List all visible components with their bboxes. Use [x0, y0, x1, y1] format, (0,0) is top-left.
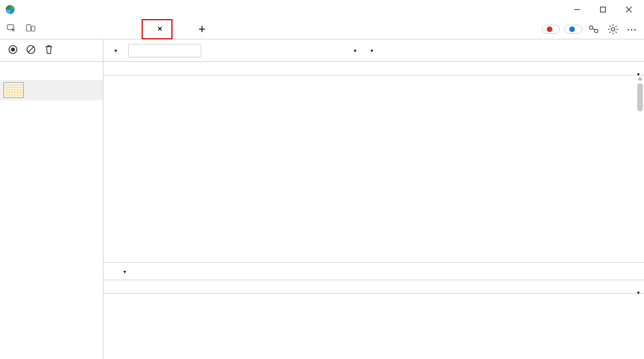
- tab-memory[interactable]: ✕: [142, 19, 173, 39]
- svg-line-22: [28, 47, 34, 53]
- svg-rect-5: [26, 25, 31, 31]
- info-dot-icon: [569, 26, 575, 32]
- svg-rect-6: [31, 26, 35, 32]
- objects-select[interactable]: [211, 46, 357, 55]
- minimize-button[interactable]: [564, 0, 590, 19]
- delete-icon[interactable]: [44, 44, 54, 56]
- tabs-bar: ✕ + ⋯: [0, 19, 644, 39]
- tab-sources[interactable]: [88, 19, 106, 39]
- close-tab-icon[interactable]: ✕: [157, 25, 162, 33]
- svg-line-17: [610, 32, 611, 33]
- retainers-header-row: [103, 280, 644, 294]
- snapshot-icon: [3, 82, 24, 98]
- retainers-toolbar: [103, 262, 644, 280]
- maximize-button[interactable]: [590, 0, 616, 19]
- svg-line-9: [593, 29, 595, 30]
- device-toggle-icon[interactable]: [26, 24, 36, 34]
- tab-elements[interactable]: [52, 19, 70, 39]
- profils-label: [0, 62, 103, 78]
- svg-point-10: [611, 28, 615, 31]
- profiles-sidebar: [0, 62, 103, 359]
- tab-network[interactable]: [106, 19, 124, 39]
- errors-badge[interactable]: [542, 25, 560, 34]
- tab-console[interactable]: [70, 19, 88, 39]
- summary-select[interactable]: [110, 46, 118, 55]
- tab-performance[interactable]: [124, 19, 142, 39]
- svg-point-7: [589, 26, 593, 29]
- more-menu-icon[interactable]: ⋯: [625, 22, 640, 37]
- filter-edges[interactable]: [123, 267, 127, 276]
- add-tab-button[interactable]: +: [191, 22, 214, 37]
- svg-line-15: [610, 25, 611, 26]
- inspect-icon[interactable]: [7, 24, 17, 34]
- tab-application[interactable]: [173, 19, 191, 39]
- title-bar: [0, 0, 644, 19]
- memory-toolbar: [0, 39, 644, 62]
- info-badge[interactable]: [564, 25, 582, 34]
- svg-point-20: [11, 48, 15, 52]
- error-dot-icon: [547, 26, 552, 32]
- svg-rect-1: [601, 7, 606, 12]
- tools-icon[interactable]: [587, 22, 601, 37]
- class-filter-input[interactable]: [128, 44, 201, 57]
- constructors-header-row: [103, 62, 644, 75]
- svg-point-8: [595, 29, 598, 33]
- close-button[interactable]: [616, 0, 642, 19]
- svg-line-18: [615, 25, 616, 26]
- edge-logo-icon: [6, 5, 15, 14]
- svg-line-16: [615, 32, 616, 33]
- settings-gear-icon[interactable]: [606, 22, 620, 37]
- scroll-up-icon[interactable]: [637, 77, 643, 80]
- constructors-table[interactable]: [103, 75, 644, 262]
- scrollbar-thumb[interactable]: [637, 83, 643, 111]
- clear-icon[interactable]: [26, 44, 36, 56]
- snapshot-item[interactable]: [0, 80, 103, 100]
- sort-select[interactable]: [368, 46, 374, 55]
- record-icon[interactable]: [8, 44, 18, 56]
